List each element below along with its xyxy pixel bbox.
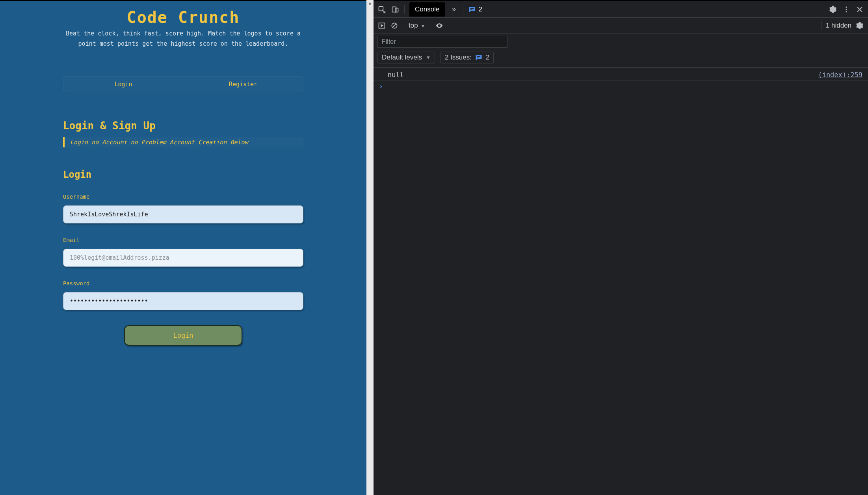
- console-settings-gear-icon[interactable]: [855, 21, 864, 30]
- issues-count: 2: [486, 54, 489, 61]
- log-message: null: [388, 71, 404, 79]
- divider: [822, 21, 822, 30]
- console-log-line: null (index):259: [374, 70, 868, 81]
- chat-bubble-icon: [475, 54, 483, 61]
- label-username: Username: [63, 194, 303, 200]
- auth-tabs: Login Register: [63, 76, 303, 92]
- svg-rect-11: [477, 58, 479, 58]
- console-output: null (index):259 ›: [374, 68, 868, 495]
- label-password: Password: [63, 280, 303, 287]
- chat-bubble-icon: [468, 6, 476, 13]
- tab-register[interactable]: Register: [183, 77, 303, 92]
- log-levels-label: Default levels: [382, 54, 422, 61]
- field-email: Email: [63, 237, 303, 267]
- tab-console[interactable]: Console: [409, 2, 445, 17]
- tab-login[interactable]: Login: [63, 77, 183, 92]
- app-viewport: Code Crunch Beat the clock, think fast, …: [0, 0, 366, 495]
- issues-badge[interactable]: 2: [468, 6, 482, 13]
- svg-point-5: [846, 6, 847, 7]
- field-password: Password: [63, 280, 303, 310]
- svg-rect-10: [477, 56, 480, 57]
- page-scrollbar[interactable]: ▲: [366, 0, 374, 495]
- login-button[interactable]: Login: [124, 325, 242, 346]
- divider: [431, 21, 431, 30]
- context-selector[interactable]: top ▼: [407, 21, 427, 30]
- issues-badge-count: 2: [478, 6, 482, 13]
- kebab-menu-icon[interactable]: [842, 5, 851, 14]
- divider: [403, 21, 403, 30]
- svg-point-7: [846, 11, 847, 12]
- log-levels-dropdown[interactable]: Default levels ▼: [377, 52, 435, 63]
- issues-button[interactable]: 2 Issues: 2: [441, 52, 494, 63]
- app-content: Code Crunch Beat the clock, think fast, …: [55, 1, 311, 361]
- console-prompt[interactable]: ›: [374, 81, 868, 92]
- svg-rect-3: [470, 8, 474, 9]
- input-email[interactable]: [63, 249, 303, 267]
- console-toolbar: top ▼ 1 hidden: [374, 18, 868, 33]
- chevron-down-icon: ▼: [420, 23, 425, 29]
- svg-point-6: [846, 9, 847, 10]
- inspect-element-icon[interactable]: [377, 5, 386, 14]
- svg-rect-4: [470, 9, 472, 10]
- close-devtools-icon[interactable]: [855, 5, 864, 14]
- hidden-messages[interactable]: 1 hidden: [826, 22, 851, 30]
- chevron-down-icon: ▼: [426, 55, 431, 60]
- more-tabs-icon[interactable]: »: [450, 5, 458, 14]
- divider: [404, 5, 405, 14]
- input-username[interactable]: [63, 205, 303, 223]
- app-tagline: Beat the clock, think fast, score high. …: [63, 29, 303, 49]
- context-selector-value: top: [409, 22, 418, 29]
- svg-rect-2: [395, 8, 398, 12]
- devtools-tabbar: Console » 2: [374, 1, 868, 18]
- field-username: Username: [63, 194, 303, 223]
- section-heading: Login & Sign Up: [63, 120, 303, 132]
- console-filterbar: Default levels ▼ 2 Issues: 2: [374, 33, 868, 68]
- scroll-up-arrow-icon[interactable]: ▲: [366, 0, 374, 6]
- device-toolbar-icon[interactable]: [391, 5, 400, 14]
- label-email: Email: [63, 237, 303, 243]
- input-password[interactable]: [63, 292, 303, 310]
- settings-gear-icon[interactable]: [829, 5, 837, 14]
- console-filter-input[interactable]: [377, 36, 507, 48]
- login-form-heading: Login: [63, 169, 303, 180]
- devtools-panel: Console » 2 top ▼: [374, 0, 868, 495]
- section-quote: Login no Account no Problem Account Crea…: [63, 137, 303, 147]
- svg-rect-1: [392, 7, 396, 12]
- clear-console-icon[interactable]: [390, 21, 399, 30]
- issues-label: 2 Issues:: [445, 54, 472, 61]
- divider: [463, 5, 463, 14]
- log-source-link[interactable]: (index):259: [818, 71, 862, 79]
- play-log-icon[interactable]: [377, 21, 386, 30]
- app-title: Code Crunch: [63, 8, 303, 26]
- live-expression-eye-icon[interactable]: [435, 21, 444, 30]
